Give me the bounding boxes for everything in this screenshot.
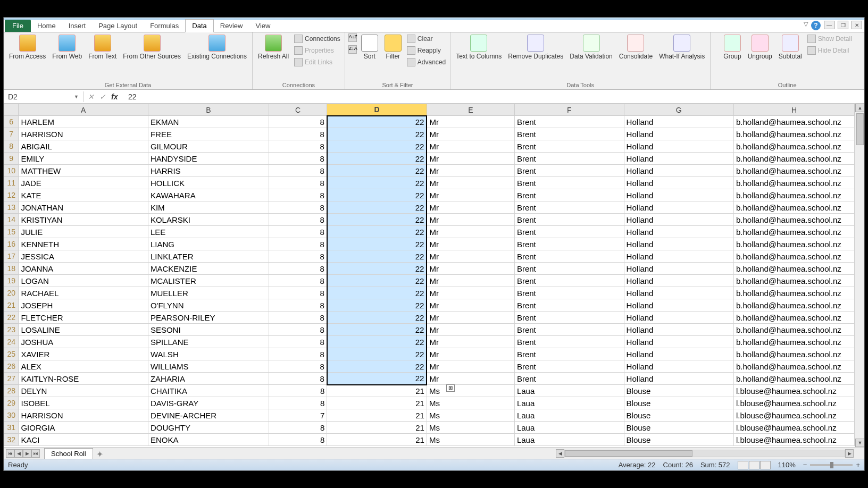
from-access-button[interactable]: From Access (7, 33, 48, 61)
cell[interactable]: LIANG (148, 238, 269, 250)
table-row[interactable]: 7HARRISONFREE822MrBrentHollandb.holland@… (4, 128, 855, 140)
cell[interactable]: Holland (624, 373, 733, 385)
ungroup-button[interactable]: Ungroup (746, 33, 774, 61)
table-row[interactable]: 19LOGANMCALISTER822MrBrentHollandb.holla… (4, 275, 855, 287)
cell[interactable]: b.holland@haumea.school.nz (733, 201, 854, 214)
cell[interactable]: HARRISON (19, 128, 148, 140)
row-header[interactable]: 13 (4, 201, 19, 214)
cell[interactable]: l.blouse@haumea.school.nz (733, 434, 854, 446)
row-header[interactable]: 24 (4, 336, 19, 348)
row-header[interactable]: 16 (4, 238, 19, 250)
cell[interactable]: b.holland@haumea.school.nz (733, 336, 854, 348)
page-layout-view-icon[interactable] (749, 461, 760, 469)
table-row[interactable]: 29ISOBELDAVIS-GRAY821MsLauaBlousel.blous… (4, 397, 855, 409)
minimize-button[interactable]: — (824, 21, 834, 29)
cell[interactable]: GILMOUR (148, 140, 269, 153)
page-break-view-icon[interactable] (760, 461, 771, 469)
cell[interactable]: Blouse (624, 434, 733, 446)
row-header[interactable]: 10 (4, 165, 19, 177)
cell[interactable]: 21 (327, 409, 427, 422)
col-header-g[interactable]: G (624, 104, 733, 116)
col-header-e[interactable]: E (427, 104, 514, 116)
cell[interactable]: Mr (427, 312, 514, 324)
cell[interactable]: 22 (327, 250, 427, 263)
cell[interactable]: Holland (624, 263, 733, 275)
table-row[interactable]: 9EMILYHANDYSIDE822MrBrentHollandb.hollan… (4, 153, 855, 165)
row-header[interactable]: 28 (4, 385, 19, 397)
cell[interactable]: 8 (269, 165, 327, 177)
cell[interactable]: 8 (269, 348, 327, 360)
remove-duplicates-button[interactable]: Remove Duplicates (506, 33, 565, 61)
row-header[interactable]: 25 (4, 348, 19, 360)
cell[interactable]: 8 (269, 360, 327, 373)
tab-home[interactable]: Home (31, 20, 62, 32)
row-header[interactable]: 18 (4, 263, 19, 275)
cell[interactable]: ABIGAIL (19, 140, 148, 153)
cell[interactable]: Mr (427, 226, 514, 238)
cell[interactable]: Brent (514, 324, 624, 336)
cell[interactable]: WALSH (148, 348, 269, 360)
data-validation-button[interactable]: Data Validation (567, 33, 615, 61)
cell[interactable]: b.holland@haumea.school.nz (733, 287, 854, 299)
cell[interactable]: 8 (269, 214, 327, 226)
table-row[interactable]: 23LOSALINESESONI822MrBrentHollandb.holla… (4, 324, 855, 336)
connections-button[interactable]: Connections (293, 33, 341, 44)
sort-desc-icon[interactable]: Z↓A (348, 45, 357, 54)
cell[interactable]: MUELLER (148, 287, 269, 299)
cell[interactable]: Ms (427, 422, 514, 434)
col-header-d[interactable]: D (327, 104, 427, 116)
cell[interactable]: JADE (19, 177, 148, 189)
row-header[interactable]: 29 (4, 397, 19, 409)
cell[interactable]: Mr (427, 214, 514, 226)
text-to-columns-button[interactable]: Text to Columns (454, 33, 504, 61)
row-header[interactable]: 26 (4, 360, 19, 373)
cell[interactable]: 22 (327, 189, 427, 201)
cell[interactable]: LOGAN (19, 275, 148, 287)
tab-formulas[interactable]: Formulas (144, 20, 185, 32)
cell[interactable]: 7 (269, 409, 327, 422)
cell[interactable]: Brent (514, 275, 624, 287)
cell[interactable]: 8 (269, 116, 327, 128)
cell[interactable]: RACHAEL (19, 287, 148, 299)
cell[interactable]: Blouse (624, 409, 733, 422)
table-row[interactable]: 28DELYNCHAITIKA821MsLauaBlousel.blouse@h… (4, 385, 855, 397)
clear-button[interactable]: Clear (406, 33, 447, 44)
table-row[interactable]: 21JOSEPHO'FLYNN822MrBrentHollandb.hollan… (4, 299, 855, 312)
cell[interactable]: SESONI (148, 324, 269, 336)
cell[interactable]: Blouse (624, 422, 733, 434)
help-icon[interactable]: ? (811, 21, 821, 30)
cell[interactable]: Holland (624, 165, 733, 177)
cell[interactable]: 22 (327, 128, 427, 140)
cell[interactable]: 8 (269, 324, 327, 336)
whatif-button[interactable]: What-If Analysis (657, 33, 707, 61)
cell[interactable]: 8 (269, 299, 327, 312)
cell[interactable]: Ms (427, 434, 514, 446)
refresh-button[interactable]: Refresh All (256, 33, 291, 61)
cell[interactable]: Brent (514, 299, 624, 312)
cell[interactable]: WILLIAMS (148, 360, 269, 373)
subtotal-button[interactable]: Subtotal (777, 33, 804, 61)
cell[interactable]: Mr (427, 324, 514, 336)
scroll-up-icon[interactable]: ▲ (855, 104, 864, 112)
cell[interactable]: Brent (514, 238, 624, 250)
row-header[interactable]: 23 (4, 324, 19, 336)
tab-prev-icon[interactable]: ◀ (14, 449, 23, 458)
cell[interactable]: Holland (624, 201, 733, 214)
tab-next-icon[interactable]: ▶ (23, 449, 31, 458)
row-header[interactable]: 7 (4, 128, 19, 140)
table-row[interactable]: 10MATTHEWHARRIS822MrBrentHollandb.hollan… (4, 165, 855, 177)
cell[interactable]: MATTHEW (19, 165, 148, 177)
cell[interactable]: KATE (19, 189, 148, 201)
cell[interactable]: Mr (427, 189, 514, 201)
cell[interactable]: Mr (427, 165, 514, 177)
row-header[interactable]: 31 (4, 422, 19, 434)
cell[interactable]: b.holland@haumea.school.nz (733, 360, 854, 373)
cell[interactable]: JULIE (19, 226, 148, 238)
cell[interactable]: 22 (327, 153, 427, 165)
tab-data[interactable]: Data (185, 19, 213, 32)
cell[interactable]: Brent (514, 165, 624, 177)
cell[interactable]: 22 (327, 336, 427, 348)
cell[interactable]: 8 (269, 397, 327, 409)
cell[interactable]: DAVIS-GRAY (148, 397, 269, 409)
cell[interactable]: 22 (327, 324, 427, 336)
